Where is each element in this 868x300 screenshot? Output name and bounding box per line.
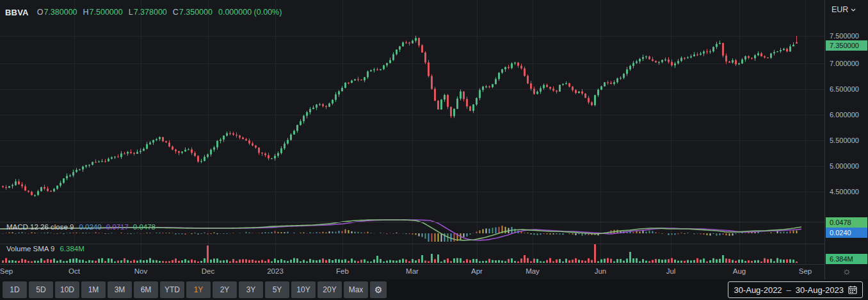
macd-title-text: MACD 12 26 close 9 [6, 223, 74, 231]
macd-value: 0.0478 [133, 223, 156, 231]
calendar-icon [848, 285, 857, 294]
ohlc-close: C7.350000 [173, 8, 213, 17]
time-axis-label: Mar [406, 267, 419, 275]
trading-chart-app: BBVA O7.380000 H7.500000 L7.378000 C7.35… [0, 0, 868, 300]
current-price-label: 7.350000 [826, 40, 867, 51]
range-button-20y[interactable]: 20Y [317, 281, 342, 298]
time-axis-label: Feb [336, 267, 349, 275]
volume-axis-label: 6.384M [826, 254, 867, 264]
time-axis-label: Oct [68, 267, 80, 275]
time-axis-label: Aug [733, 267, 746, 275]
time-axis-label: Sep [0, 267, 13, 275]
volume-sma-value: 6.384M [60, 245, 84, 253]
range-button-3m[interactable]: 3M [108, 281, 132, 298]
macd-value: 0.0240 [79, 223, 101, 231]
macd-axis-label-green: 0.0478 [826, 217, 867, 228]
time-axis-label: Jun [595, 267, 607, 275]
range-button-6m[interactable]: 6M [134, 281, 158, 298]
ohlc-high: H7.500000 [83, 8, 123, 17]
volume-title-text: Volume SMA 9 [6, 245, 54, 253]
time-axis-label: Dec [202, 267, 214, 275]
range-button-ytd[interactable]: YTD [160, 281, 184, 298]
date-range-from: 30-Aug-2022 [734, 285, 782, 295]
settings-gear-button[interactable]: ⚙ [370, 281, 387, 298]
price-tick-label: 6.000000 [830, 111, 859, 119]
time-axis-label: Jul [666, 267, 676, 275]
currency-label: EUR [832, 5, 848, 14]
symbol-header: BBVA O7.380000 H7.500000 L7.378000 C7.35… [5, 6, 282, 18]
chevron-down-icon [851, 8, 856, 12]
range-button-10y[interactable]: 10Y [291, 281, 316, 298]
range-button-2y[interactable]: 2Y [213, 281, 237, 298]
price-change: 0.000000 (0.00%) [218, 8, 282, 17]
range-button-1y[interactable]: 1Y [186, 281, 211, 298]
price-tick-label: 6.500000 [830, 85, 859, 93]
range-button-1d[interactable]: 1D [3, 281, 27, 298]
macd-pane-title: MACD 12 26 close 9 0.02400.07170.0478 [6, 223, 160, 231]
range-button-5y[interactable]: 5Y [265, 281, 289, 298]
currency-selector[interactable]: EUR [832, 5, 856, 14]
date-range-separator: – [787, 285, 791, 295]
time-axis-label: Apr [471, 267, 483, 275]
price-tick-label: 5.000000 [830, 162, 859, 170]
macd-value: 0.0717 [106, 223, 129, 231]
time-axis-label: 2023 [267, 267, 284, 275]
date-range-picker[interactable]: 30-Aug-2022 – 30-Aug-2023 [728, 281, 863, 298]
date-range-to: 30-Aug-2023 [796, 285, 844, 295]
range-button-1m[interactable]: 1M [81, 281, 106, 298]
ohlc-open: O7.380000 [37, 8, 77, 17]
theme-sun-icon[interactable]: ☼ [842, 264, 851, 278]
time-axis-label: May [526, 267, 540, 275]
range-button-3y[interactable]: 3Y [239, 281, 263, 298]
range-button-10d[interactable]: 10D [55, 281, 79, 298]
time-axis-label: Nov [134, 267, 147, 275]
ohlc-low: L7.378000 [129, 8, 167, 17]
price-tick-label: 4.500000 [830, 188, 859, 196]
range-button-5d[interactable]: 5D [29, 281, 53, 298]
time-axis[interactable]: SepOctNovDec2023FebMarAprMayJunJulAugSep [0, 264, 824, 279]
price-axis[interactable]: EUR 7.5000007.0000006.5000006.0000005.50… [824, 0, 868, 279]
macd-values: 0.02400.07170.0478 [79, 223, 160, 231]
range-button-max[interactable]: Max [344, 281, 368, 298]
price-tick-label: 7.000000 [830, 60, 859, 67]
macd-axis-label-blue: 0.0240 [826, 228, 867, 238]
time-axis-label: Sep [799, 267, 812, 275]
symbol-name: BBVA [5, 8, 29, 17]
price-tick-label: 5.500000 [830, 137, 859, 144]
range-buttons: 1D5D10D1M3M6MYTD1Y2Y3Y5Y10Y20YMax [3, 281, 368, 298]
volume-pane-title: Volume SMA 9 6.384M [6, 245, 84, 253]
volume-bars [2, 244, 798, 263]
range-toolbar: 1D5D10D1M3M6MYTD1Y2Y3Y5Y10Y20YMax ⚙ 30-A… [0, 279, 868, 300]
price-tick-label: 7.500000 [830, 32, 859, 40]
